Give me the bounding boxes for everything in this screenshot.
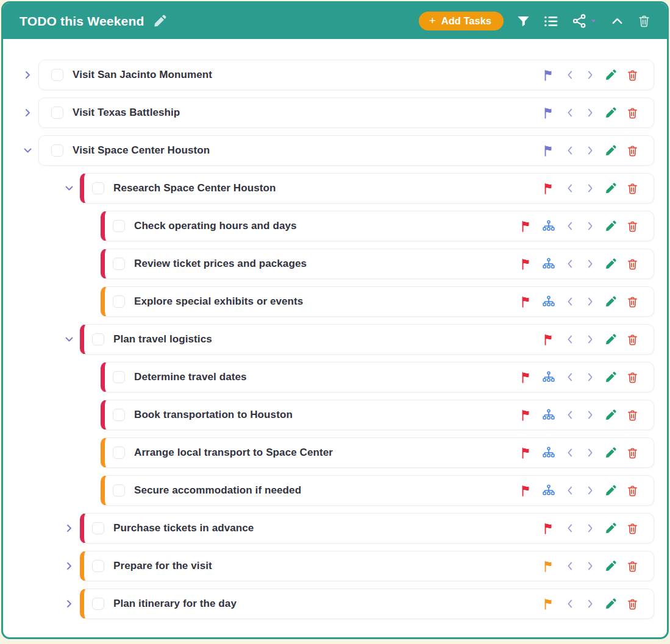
task-card[interactable]: Visit San Jacinto Monument	[38, 60, 654, 90]
edit-task-button[interactable]	[605, 333, 617, 345]
edit-task-button[interactable]	[605, 220, 617, 232]
expand-chevron[interactable]	[64, 523, 74, 534]
flag-button[interactable]	[520, 409, 533, 422]
indent-button[interactable]	[585, 221, 596, 232]
task-checkbox[interactable]	[113, 409, 125, 421]
task-card[interactable]: Purchase tickets in advance	[80, 513, 654, 543]
subtasks-button[interactable]	[542, 257, 555, 271]
outdent-button[interactable]	[565, 258, 576, 269]
subtasks-button[interactable]	[542, 219, 555, 233]
outdent-button[interactable]	[565, 69, 576, 80]
task-checkbox[interactable]	[113, 371, 125, 383]
flag-button[interactable]	[520, 220, 533, 233]
indent-button[interactable]	[585, 258, 596, 269]
expand-chevron[interactable]	[64, 561, 74, 571]
task-checkbox[interactable]	[92, 598, 104, 610]
edit-task-button[interactable]	[605, 447, 617, 459]
edit-title-button[interactable]	[153, 14, 167, 28]
flag-button[interactable]	[520, 295, 533, 308]
task-checkbox[interactable]	[51, 144, 63, 157]
outdent-button[interactable]	[565, 447, 576, 458]
task-card[interactable]: Plan itinerary for the day	[80, 589, 654, 619]
outdent-button[interactable]	[565, 183, 576, 194]
delete-task-button[interactable]	[626, 484, 639, 497]
indent-button[interactable]	[585, 372, 596, 383]
task-checkbox[interactable]	[113, 220, 125, 232]
edit-task-button[interactable]	[605, 69, 617, 81]
collapse-all-button[interactable]	[610, 14, 624, 28]
edit-task-button[interactable]	[605, 182, 617, 194]
indent-button[interactable]	[585, 447, 596, 458]
task-card[interactable]: Review ticket prices and packages	[101, 249, 654, 279]
share-caret-button[interactable]	[590, 17, 597, 25]
edit-task-button[interactable]	[605, 258, 617, 270]
flag-button[interactable]	[543, 144, 555, 157]
flag-button[interactable]	[520, 258, 533, 271]
task-card[interactable]: Check operating hours and days	[101, 211, 654, 241]
task-card[interactable]: Arrange local transport to Space Center	[101, 437, 654, 468]
outdent-button[interactable]	[565, 372, 576, 383]
share-button[interactable]	[572, 13, 587, 29]
filter-button[interactable]	[516, 14, 530, 28]
task-card[interactable]: Research Space Center Houston	[80, 173, 654, 203]
task-checkbox[interactable]	[51, 107, 63, 119]
outdent-button[interactable]	[565, 145, 576, 156]
delete-task-button[interactable]	[626, 333, 639, 346]
edit-task-button[interactable]	[605, 409, 617, 421]
indent-button[interactable]	[585, 334, 596, 345]
task-checkbox[interactable]	[92, 522, 104, 534]
indent-button[interactable]	[585, 409, 596, 420]
flag-button[interactable]	[543, 107, 555, 119]
edit-task-button[interactable]	[605, 295, 617, 308]
edit-task-button[interactable]	[605, 522, 617, 534]
delete-task-button[interactable]	[626, 371, 639, 384]
flag-button[interactable]	[543, 182, 555, 195]
task-card[interactable]: Visit Space Center Houston	[38, 135, 654, 166]
delete-task-button[interactable]	[626, 220, 639, 233]
flag-button[interactable]	[543, 69, 555, 82]
indent-button[interactable]	[585, 69, 596, 80]
task-checkbox[interactable]	[92, 182, 104, 194]
subtasks-button[interactable]	[542, 295, 555, 308]
task-card[interactable]: Explore special exhibits or events	[101, 286, 654, 317]
task-card[interactable]: Book transportation to Houston	[101, 400, 654, 430]
indent-button[interactable]	[585, 183, 596, 194]
outdent-button[interactable]	[565, 296, 576, 307]
edit-task-button[interactable]	[605, 484, 617, 497]
expand-chevron[interactable]	[64, 599, 74, 609]
indent-button[interactable]	[585, 145, 596, 156]
expand-chevron[interactable]	[23, 108, 33, 118]
flag-button[interactable]	[520, 447, 533, 459]
flag-button[interactable]	[520, 371, 533, 384]
list-view-button[interactable]	[543, 13, 559, 29]
task-checkbox[interactable]	[92, 333, 104, 345]
delete-task-button[interactable]	[626, 409, 639, 422]
delete-task-button[interactable]	[626, 598, 639, 610]
indent-button[interactable]	[585, 296, 596, 307]
outdent-button[interactable]	[565, 107, 576, 118]
task-checkbox[interactable]	[113, 484, 125, 497]
indent-button[interactable]	[585, 485, 596, 496]
flag-button[interactable]	[543, 598, 555, 610]
edit-task-button[interactable]	[605, 560, 617, 572]
outdent-button[interactable]	[565, 334, 576, 345]
subtasks-button[interactable]	[542, 484, 555, 497]
indent-button[interactable]	[585, 107, 596, 118]
subtasks-button[interactable]	[542, 408, 555, 422]
subtasks-button[interactable]	[542, 370, 555, 384]
task-card[interactable]: Secure accommodation if needed	[101, 475, 654, 506]
subtasks-button[interactable]	[542, 446, 555, 459]
expand-chevron[interactable]	[23, 146, 33, 156]
task-checkbox[interactable]	[113, 447, 125, 459]
edit-task-button[interactable]	[605, 371, 617, 383]
delete-task-button[interactable]	[626, 144, 639, 157]
task-card[interactable]: Determine travel dates	[101, 362, 654, 392]
add-tasks-button[interactable]: + Add Tasks	[419, 12, 504, 30]
task-card[interactable]: Visit Texas Battleship	[38, 97, 654, 128]
outdent-button[interactable]	[565, 485, 576, 496]
outdent-button[interactable]	[565, 523, 576, 534]
delete-task-button[interactable]	[626, 107, 639, 119]
expand-chevron[interactable]	[23, 70, 33, 80]
task-checkbox[interactable]	[92, 560, 104, 572]
task-checkbox[interactable]	[51, 69, 63, 81]
